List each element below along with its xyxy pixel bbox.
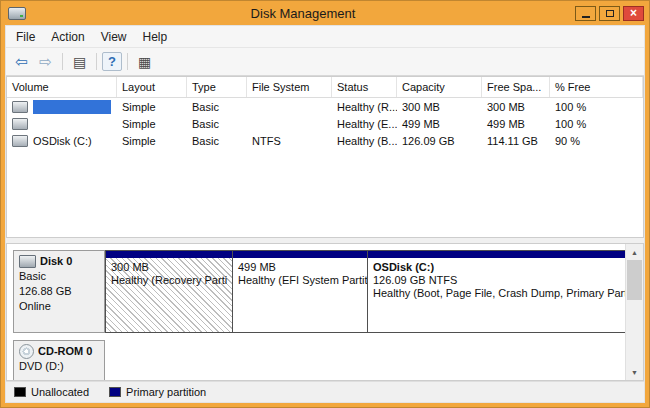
menu-view[interactable]: View — [93, 28, 135, 46]
disk-type: Basic — [19, 269, 99, 284]
partition-status: Healthy (Recovery Parti — [111, 274, 227, 287]
column-header-layout[interactable]: Layout — [117, 77, 187, 97]
legend-label: Unallocated — [31, 386, 89, 398]
toolbar-separator — [96, 53, 97, 70]
disk-view-icon[interactable]: ▦ — [133, 51, 156, 72]
disk-name: Disk 0 — [40, 254, 72, 269]
maximize-button[interactable] — [599, 6, 620, 21]
cell-free-space: 114.11 GB — [482, 135, 550, 147]
partition-color-bar — [368, 251, 635, 258]
vertical-scrollbar[interactable]: ▲ ▼ — [625, 244, 643, 380]
cdrom-type: DVD (D:) — [19, 359, 99, 374]
minimize-icon — [582, 16, 590, 18]
disk-management-window: Disk Management × File Action View Help … — [0, 0, 650, 408]
column-header-type[interactable]: Type — [187, 77, 247, 97]
volume-list: Volume Layout Type File System Status Ca… — [6, 76, 644, 238]
table-row-recovery[interactable]: Simple Basic Healthy (R... 300 MB 300 MB… — [7, 98, 643, 115]
volume-name: OSDisk (C:) — [33, 135, 92, 147]
cdrom-name: CD-ROM 0 — [38, 344, 92, 359]
partition-color-bar — [233, 251, 367, 258]
menu-file[interactable]: File — [8, 28, 43, 46]
selection-highlight — [33, 100, 111, 114]
cell-layout: Simple — [117, 101, 187, 113]
partition-info: 499 MB Healthy (EFI System Partit — [233, 258, 367, 332]
cell-percent-free: 90 % — [550, 135, 643, 147]
toolbar-separator — [127, 53, 128, 70]
table-row-osdisk[interactable]: OSDisk (C:) Simple Basic NTFS Healthy (B… — [7, 132, 643, 149]
partition-recovery[interactable]: 300 MB Healthy (Recovery Parti — [105, 250, 233, 333]
volume-icon — [12, 135, 28, 147]
column-header-capacity[interactable]: Capacity — [397, 77, 482, 97]
disk-0-label[interactable]: Disk 0 Basic 126.88 GB Online — [13, 250, 105, 333]
cell-free-space: 300 MB — [482, 101, 550, 113]
cell-layout: Simple — [117, 135, 187, 147]
menu-action[interactable]: Action — [43, 28, 92, 46]
scrollbar-track[interactable] — [626, 300, 643, 364]
toolbar: ⇦ ⇨ ▤ ? ▦ — [6, 48, 644, 76]
cdrom-row: CD-ROM 0 DVD (D:) — [13, 340, 621, 381]
menu-bar: File Action View Help — [6, 26, 644, 48]
graphical-view: Disk 0 Basic 126.88 GB Online 300 MB Hea… — [6, 243, 644, 381]
cdrom-label[interactable]: CD-ROM 0 DVD (D:) — [13, 340, 105, 381]
help-icon[interactable]: ? — [102, 52, 122, 71]
menu-help[interactable]: Help — [135, 28, 176, 46]
cell-file-system: NTFS — [247, 135, 332, 147]
unallocated-swatch — [14, 387, 26, 397]
column-header-free-space[interactable]: Free Spa... — [482, 77, 550, 97]
toolbar-separator — [62, 53, 63, 70]
partition-size: 300 MB — [111, 261, 227, 274]
cell-type: Basic — [187, 135, 247, 147]
column-header-volume[interactable]: Volume — [7, 77, 117, 97]
cell-percent-free: 100 % — [550, 101, 643, 113]
cell-status: Healthy (B... — [332, 135, 397, 147]
partition-name: OSDisk (C:) — [373, 261, 630, 274]
cell-capacity: 300 MB — [397, 101, 482, 113]
cell-type: Basic — [187, 101, 247, 113]
scroll-down-icon[interactable]: ▼ — [626, 364, 643, 380]
minimize-button[interactable] — [575, 6, 596, 21]
cd-rom-icon — [19, 344, 34, 359]
partition-status: Healthy (Boot, Page File, Crash Dump, Pr… — [373, 287, 630, 300]
partition-status: Healthy (EFI System Partit — [238, 274, 362, 287]
list-empty-area — [7, 149, 643, 237]
back-icon[interactable]: ⇦ — [10, 51, 33, 72]
primary-partition-swatch — [109, 387, 121, 397]
cell-free-space: 499 MB — [482, 118, 550, 130]
legend-unallocated: Unallocated — [14, 386, 89, 398]
column-header-status[interactable]: Status — [332, 77, 397, 97]
table-header: Volume Layout Type File System Status Ca… — [7, 77, 643, 98]
client-area: File Action View Help ⇦ ⇨ ▤ ? ▦ Volume L… — [5, 25, 645, 403]
cell-volume — [7, 100, 117, 114]
console-tree-icon[interactable]: ▤ — [68, 51, 91, 72]
cell-percent-free: 100 % — [550, 118, 643, 130]
window-controls: × — [575, 6, 644, 21]
close-button[interactable]: × — [623, 6, 644, 21]
scroll-up-icon[interactable]: ▲ — [626, 244, 643, 260]
cell-capacity: 499 MB — [397, 118, 482, 130]
disk-size: 126.88 GB — [19, 284, 99, 299]
partition-osdisk[interactable]: OSDisk (C:) 126.09 GB NTFS Healthy (Boot… — [367, 250, 636, 333]
volume-icon — [12, 118, 28, 130]
partition-size: 126.09 GB NTFS — [373, 274, 630, 287]
window-title: Disk Management — [31, 6, 575, 21]
cell-status: Healthy (R... — [332, 101, 397, 113]
disk-status: Online — [19, 299, 99, 314]
titlebar[interactable]: Disk Management × — [5, 1, 645, 25]
table-row-efi[interactable]: Simple Basic Healthy (E... 499 MB 499 MB… — [7, 115, 643, 132]
partition-efi[interactable]: 499 MB Healthy (EFI System Partit — [232, 250, 368, 333]
scrollbar-thumb[interactable] — [627, 260, 642, 300]
maximize-icon — [606, 10, 614, 17]
column-header-file-system[interactable]: File System — [247, 77, 332, 97]
forward-icon[interactable]: ⇨ — [34, 51, 57, 72]
legend-primary-partition: Primary partition — [109, 386, 206, 398]
cell-volume — [7, 118, 117, 130]
cell-status: Healthy (E... — [332, 118, 397, 130]
disk-title: Disk 0 — [19, 254, 99, 269]
hard-disk-icon — [19, 255, 36, 268]
cell-layout: Simple — [117, 118, 187, 130]
legend-bar: Unallocated Primary partition — [6, 381, 644, 402]
cell-type: Basic — [187, 118, 247, 130]
partition-size: 499 MB — [238, 261, 362, 274]
cell-volume: OSDisk (C:) — [7, 135, 117, 147]
column-header-percent-free[interactable]: % Free — [550, 77, 643, 97]
